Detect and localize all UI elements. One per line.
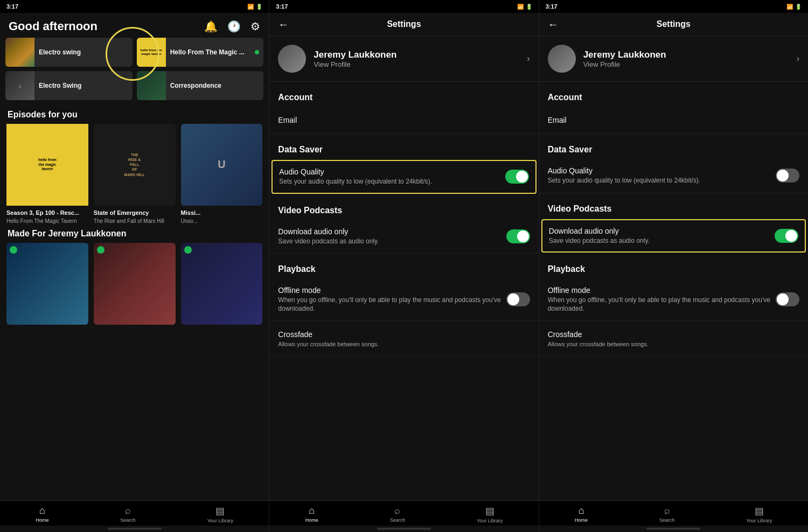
status-bar-settings-right: 3:17 📶 🔋: [539, 0, 808, 13]
library-label-sl: Your Library: [477, 518, 503, 523]
status-icons-sl: 📶 🔋: [517, 4, 532, 10]
made-for-card-3[interactable]: [181, 243, 263, 325]
home-bar-sl: [377, 528, 431, 530]
home-bar-sr: [646, 528, 700, 530]
home-indicator-bar: [108, 528, 162, 530]
home-nav-icon: ⌂: [39, 505, 45, 516]
episode-subtitle-3: Unso...: [181, 218, 263, 225]
status-time-sl: 3:17: [276, 3, 288, 10]
download-audio-row-right[interactable]: Download audio only Save video podcasts …: [541, 219, 806, 253]
home-panel: 3:17 📶 🔋 Good afternoon 🔔 🕐 ⚙ Electro sw…: [0, 0, 269, 532]
episodes-row: hello fromthe magictavern Season 3, Ep 1…: [0, 124, 269, 225]
audio-quality-sub-left: Sets your audio quality to low (equivale…: [279, 178, 505, 186]
data-saver-title-right: Data Saver: [539, 134, 808, 159]
nav-home[interactable]: ⌂ Home: [36, 505, 48, 523]
nav-home-sl[interactable]: ⌂ Home: [305, 505, 318, 523]
settings-title-left: Settings: [387, 19, 421, 29]
audio-quality-info-left: Audio Quality Sets your audio quality to…: [279, 167, 505, 186]
library-icon-sl: ▤: [485, 505, 494, 517]
video-podcasts-title-left: Video Podcasts: [269, 195, 538, 220]
recent-title-hello: Hello From The Magic ...: [166, 48, 255, 56]
back-button-right[interactable]: ←: [548, 18, 559, 31]
offline-mode-toggle-left[interactable]: [506, 292, 530, 306]
offline-mode-sub-right: When you go offline, you'll only be able…: [548, 296, 776, 313]
recent-dot-hello: [255, 50, 259, 54]
recent-item-hello[interactable]: hello from the magic tavern Hello From T…: [137, 38, 264, 67]
back-button-left[interactable]: ←: [278, 18, 289, 31]
download-audio-info-left: Download audio only Save video podcasts …: [278, 227, 506, 246]
episode-card-2[interactable]: THERISE &FALLOFMARS HILL State of Emerge…: [94, 124, 176, 225]
download-audio-toggle-left[interactable]: [506, 229, 530, 243]
made-for-thumb-3: [181, 243, 263, 325]
audio-quality-row-right[interactable]: Audio Quality Sets your audio quality to…: [539, 159, 808, 193]
profile-row-right[interactable]: Jeremy Laukkonen View Profile ›: [539, 36, 808, 82]
made-for-card-1[interactable]: [6, 243, 88, 325]
home-header-icons: 🔔 🕐 ⚙: [204, 20, 260, 33]
playback-title-right: Playback: [539, 254, 808, 278]
download-audio-toggle-thumb-left: [517, 230, 529, 242]
recent-title-electro1: Electro swing: [34, 48, 133, 56]
episode-card-1[interactable]: hello fromthe magictavern Season 3, Ep 1…: [6, 124, 88, 225]
made-for-section-title: Made For Jeremy Laukkonen: [0, 225, 269, 243]
search-icon-sl: ⌕: [394, 505, 400, 516]
nav-library-sl[interactable]: ▤ Your Library: [477, 505, 503, 523]
offline-mode-row-left[interactable]: Offline mode When you go offline, you'll…: [269, 278, 538, 321]
settings-panel-right: 3:17 📶 🔋 ← Settings Jeremy Laukkonen Vie…: [539, 0, 808, 532]
recent-grid: Electro swing hello from the magic taver…: [0, 38, 269, 106]
status-time-sr: 3:17: [546, 3, 558, 10]
audio-quality-toggle-thumb-left: [516, 171, 528, 183]
download-audio-row-left[interactable]: Download audio only Save video podcasts …: [269, 220, 538, 254]
nav-library-sr[interactable]: ▤ Your Library: [746, 505, 772, 523]
offline-mode-toggle-right[interactable]: [776, 292, 799, 306]
crossfade-row-left[interactable]: Crossfade Allows your crossfade between …: [269, 321, 538, 356]
episode-title-1: Season 3, Ep 100 - Resc...: [6, 209, 88, 216]
audio-quality-info-right: Audio Quality Sets your audio quality to…: [548, 166, 776, 185]
bottom-nav-home: ⌂ Home ⌕ Search ▤ Your Library: [0, 500, 269, 526]
episode-card-3[interactable]: U Missi... Unso...: [181, 124, 263, 225]
recent-thumb-hello: hello from the magic tavern: [137, 38, 166, 67]
video-podcasts-title-right: Video Podcasts: [539, 193, 808, 218]
nav-search[interactable]: ⌕ Search: [120, 505, 136, 523]
email-row-left[interactable]: Email: [269, 107, 538, 134]
profile-name-left: Jeremy Laukkonen: [314, 50, 527, 60]
nav-search-sr[interactable]: ⌕ Search: [659, 505, 675, 523]
made-for-card-2[interactable]: [94, 243, 176, 325]
settings-content-right: Jeremy Laukkonen View Profile › Account …: [539, 36, 808, 500]
crossfade-sub-left: Allows your crossfade between songs.: [278, 341, 530, 347]
episode-thumb-unsolved: U: [181, 124, 263, 206]
crossfade-label-right: Crossfade: [548, 330, 582, 339]
profile-avatar-left: [278, 45, 306, 73]
gear-icon-button[interactable]: ⚙: [250, 20, 260, 33]
nav-home-sr[interactable]: ⌂ Home: [575, 505, 588, 523]
status-time-home: 3:17: [6, 3, 18, 10]
download-audio-toggle-right[interactable]: [775, 229, 798, 243]
offline-mode-row-right[interactable]: Offline mode When you go offline, you'll…: [539, 278, 808, 321]
account-section-title-right: Account: [539, 82, 808, 107]
download-audio-label-left: Download audio only: [278, 227, 506, 236]
recent-thumb-electro1: [5, 38, 34, 67]
email-row-right[interactable]: Email: [539, 107, 808, 134]
offline-mode-sub-left: When you go offline, you'll only be able…: [278, 296, 506, 313]
profile-arrow-right: ›: [797, 54, 799, 64]
data-saver-title-left: Data Saver: [269, 134, 538, 159]
search-label-sl: Search: [390, 517, 406, 523]
recent-item-electro1[interactable]: Electro swing: [5, 38, 133, 67]
recent-item-electro2[interactable]: ♪ Electro Swing: [5, 71, 133, 100]
library-nav-label: Your Library: [207, 518, 233, 523]
profile-row-left[interactable]: Jeremy Laukkonen View Profile ›: [269, 36, 538, 82]
crossfade-row-right[interactable]: Crossfade Allows your crossfade between …: [539, 321, 808, 356]
recent-item-correspond[interactable]: Correspondence: [137, 71, 264, 100]
audio-quality-toggle-right[interactable]: [776, 169, 799, 183]
nav-search-sl[interactable]: ⌕ Search: [390, 505, 406, 523]
nav-library[interactable]: ▤ Your Library: [207, 505, 233, 523]
history-icon-button[interactable]: 🕐: [227, 20, 241, 33]
home-header: Good afternoon 🔔 🕐 ⚙: [0, 13, 269, 38]
audio-quality-toggle-left[interactable]: [505, 170, 529, 184]
episode-thumb-rise: THERISE &FALLOFMARS HILL: [94, 124, 176, 206]
download-audio-sub-right: Save video podcasts as audio only.: [549, 237, 775, 246]
profile-sub-left: View Profile: [314, 60, 527, 68]
bell-icon-button[interactable]: 🔔: [204, 20, 218, 33]
recent-thumb-correspond: [137, 71, 166, 100]
audio-quality-row-left[interactable]: Audio Quality Sets your audio quality to…: [271, 160, 536, 194]
episode-title-3: Missi...: [181, 209, 263, 216]
